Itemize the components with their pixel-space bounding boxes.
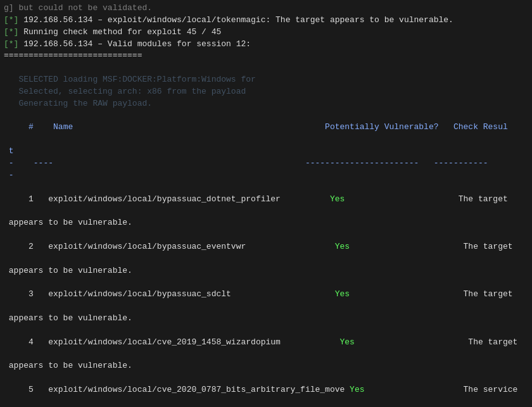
table-row: 3 exploit/windows/local/bypassuac_sdclt …	[4, 277, 528, 313]
terminal-window: g] but could not be validated. [*] 192.1…	[0, 0, 532, 407]
status-line-1: [*] 192.168.56.134 – exploit/windows/loc…	[4, 15, 528, 27]
table-row: 2 exploit/windows/local/bypassuac_eventv…	[4, 229, 528, 265]
table-header-t: t	[4, 146, 528, 158]
table-divider: - ---- ----------------------- ---------…	[4, 158, 528, 170]
table-row-cont: appears to be vulnerable.	[4, 360, 528, 372]
status-line-3: [*] 192.168.56.134 – Valid modules for s…	[4, 39, 528, 51]
table-row: 1 exploit/windows/local/bypassuac_dotnet…	[4, 182, 528, 218]
overlay-1: SELECTED loading MSF:DOCKER:Platform:Win…	[4, 74, 528, 86]
status-line-0: g] but could not be validated.	[4, 3, 528, 15]
table-row: 4 exploit/windows/local/cve_2019_1458_wi…	[4, 325, 528, 361]
table-row: 5 exploit/windows/local/cve_2020_0787_bi…	[4, 372, 528, 407]
table-divider2: -	[4, 170, 528, 182]
table-row-cont: appears to be vulnerable.	[4, 265, 528, 277]
blank-line	[4, 62, 528, 74]
table-header: # Name Potentially Vulnerable? Check Res…	[4, 110, 528, 146]
table-row-cont: appears to be vulnerable.	[4, 313, 528, 325]
separator-line: ============================	[4, 50, 528, 62]
status-line-2: [*] Running check method for exploit 45 …	[4, 27, 528, 39]
overlay-2: Selected, selecting arch: x86 from the p…	[4, 86, 528, 98]
table-row-cont: appears to be vulnerable.	[4, 217, 528, 229]
overlay-3: Generating the RAW payload.	[4, 98, 528, 110]
